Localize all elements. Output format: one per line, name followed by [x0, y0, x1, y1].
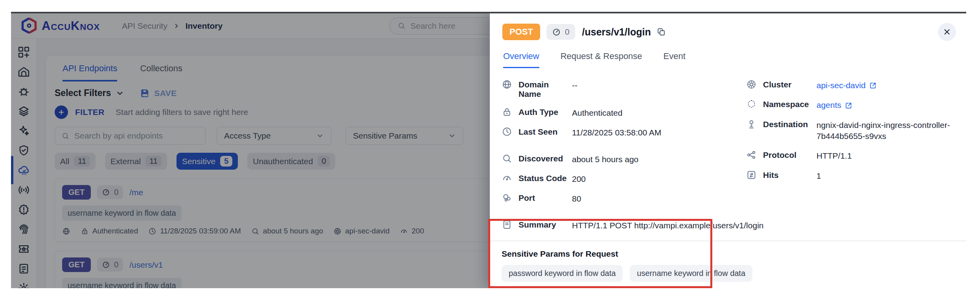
field-label: Domain Name — [518, 79, 572, 99]
cluster-icon — [746, 79, 757, 90]
namespace-value: agents — [816, 100, 841, 111]
cluster-link[interactable]: api-sec-david — [816, 79, 877, 91]
close-button[interactable] — [938, 23, 956, 41]
sensitive-chip: password keyword in flow data — [502, 265, 623, 282]
field-label: Namespace — [763, 99, 816, 109]
method-badge: POST — [502, 24, 540, 40]
risk-score-pill: 0 — [546, 24, 575, 40]
field-value: 80 — [572, 192, 581, 204]
field-label: Cluster — [763, 79, 816, 89]
tab-overview[interactable]: Overview — [503, 51, 539, 68]
endpoint-path: /users/v1/login — [582, 26, 651, 38]
namespace-link[interactable]: agents — [816, 99, 853, 111]
endpoint-details-drawer: POST 0 /users/v1/login Overview Request … — [490, 13, 966, 288]
field-value: about 5 hours ago — [572, 153, 638, 165]
field-row-last-seen: Last Seen 11/28/2025 03:58:00 AM — [502, 126, 746, 138]
field-label: Protocol — [763, 150, 816, 160]
field-value: Authenticated — [572, 107, 622, 118]
field-label: Status Code — [518, 173, 572, 183]
sensitive-request-chips: password keyword in flow data username k… — [502, 265, 956, 282]
search-icon — [502, 153, 512, 164]
copy-button[interactable] — [656, 27, 666, 37]
lock-icon — [502, 107, 512, 117]
gauge-icon — [502, 173, 512, 183]
field-value: ngnix-david-nginx-ingress-controller-7b4… — [816, 119, 956, 142]
cluster-value: api-sec-david — [816, 80, 866, 91]
screenshot-page: AccuKnox API Security Inventory — [0, 0, 980, 298]
port-icon — [502, 192, 512, 203]
field-label: Destination — [763, 119, 816, 129]
tab-request-response[interactable]: Request & Response — [561, 51, 642, 68]
external-link-icon — [845, 102, 853, 109]
field-label: Summary — [518, 219, 572, 230]
field-value: HTTP/1.1 — [816, 150, 852, 161]
field-value: 11/28/2025 03:58:00 AM — [572, 126, 661, 138]
field-row-cluster: Cluster api-sec-david — [746, 79, 956, 91]
destination-icon — [746, 119, 757, 130]
overview-right-column: Cluster api-sec-david Namespace agents — [746, 79, 956, 239]
risk-score-value: 0 — [565, 27, 570, 37]
field-value: -- — [572, 79, 577, 91]
field-value: 1 — [816, 170, 821, 181]
copy-icon — [656, 27, 666, 37]
field-label: Discovered — [518, 153, 572, 163]
field-label: Last Seen — [518, 126, 572, 137]
field-row-summary: Summary HTTP/1.1 POST http://vampi.examp… — [502, 219, 746, 231]
field-row-status-code: Status Code 200 — [502, 173, 746, 185]
clock-icon — [502, 126, 512, 137]
external-link-icon — [869, 81, 877, 89]
overview-left-column: Domain Name -- Auth Type Authenticated L… — [502, 79, 746, 239]
field-row-destination: Destination ngnix-david-nginx-ingress-co… — [746, 119, 956, 142]
field-row-discovered: Discovered about 5 hours ago — [502, 153, 746, 165]
overview-grid: Domain Name -- Auth Type Authenticated L… — [490, 68, 966, 239]
drawer-tabs: Overview Request & Response Event — [490, 46, 966, 68]
sensitive-params-section: Sensitive Params for Request password ke… — [490, 241, 966, 288]
field-row-namespace: Namespace agents — [746, 99, 956, 111]
protocol-icon — [746, 150, 757, 160]
field-row-port: Port 80 — [502, 192, 746, 204]
field-value: 200 — [572, 173, 586, 185]
globe-icon — [502, 79, 512, 90]
field-row-protocol: Protocol HTTP/1.1 — [746, 150, 956, 161]
field-label: Hits — [763, 170, 816, 180]
hits-icon — [746, 170, 757, 180]
gauge-icon — [552, 28, 561, 37]
app-window: AccuKnox API Security Inventory — [11, 12, 966, 288]
namespace-icon — [746, 99, 757, 109]
field-label: Auth Type — [518, 107, 572, 117]
field-label: Port — [518, 192, 572, 203]
field-row-hits: Hits 1 — [746, 170, 956, 181]
drawer-header: POST 0 /users/v1/login — [490, 13, 966, 46]
close-icon — [943, 28, 951, 36]
sensitive-request-title: Sensitive Params for Request — [502, 249, 956, 259]
field-row-domain-name: Domain Name -- — [502, 79, 746, 99]
tab-event[interactable]: Event — [664, 51, 686, 68]
field-row-auth-type: Auth Type Authenticated — [502, 107, 746, 118]
field-value: HTTP/1.1 POST http://vampi.example/users… — [572, 219, 763, 231]
sensitive-chip: username keyword in flow data — [630, 265, 752, 282]
document-icon — [502, 219, 512, 230]
